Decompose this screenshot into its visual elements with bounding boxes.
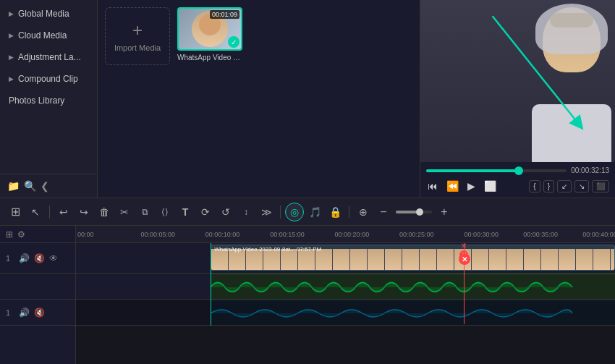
in-point-button[interactable]: { (529, 180, 540, 192)
slider-thumb (514, 166, 523, 175)
frame-thumb (385, 249, 402, 271)
clip-label: WhatsApp Video 2023-09-8at... 07:57 PM (214, 246, 321, 253)
preview-timecode: 00:00:32:13 (571, 166, 609, 174)
track-number: 1 (6, 254, 14, 263)
append-button[interactable]: ↘ (574, 180, 589, 192)
music-audio-icon[interactable]: 🔊 (19, 308, 30, 318)
expand-arrow-icon: ▶ (9, 75, 14, 82)
plus-icon: + (132, 20, 143, 41)
play-button[interactable]: ▶ (466, 179, 477, 193)
track-visibility-icon[interactable]: 👁 (49, 253, 58, 263)
frame-thumb (593, 249, 611, 271)
frame-thumb (437, 249, 454, 271)
thumbnail-image: 00:01:09 ✓ (177, 7, 242, 51)
sidebar-search-icon[interactable]: 🔍 (24, 180, 36, 192)
preview-video (420, 0, 615, 162)
cut-marker-x-icon: ✕ (462, 252, 467, 258)
transform-button[interactable]: ↕ (237, 203, 255, 221)
media-panel: + Import Media 00:01:09 ✓ WhatsApp Video… (98, 0, 420, 198)
tracks-container: WhatsApp Video 2023-09-8at... 07:57 PM (76, 243, 615, 326)
sidebar: ▶ Global Media ▶ Cloud Media ▶ Adjustmen… (0, 0, 98, 198)
snap-line (211, 243, 211, 326)
sidebar-item-label: Compound Clip (18, 74, 78, 84)
audio-button[interactable]: 🎵 (305, 203, 324, 221)
more-button[interactable]: ≫ (257, 203, 276, 221)
frame-thumb (350, 249, 368, 271)
undo-button[interactable]: ↩ (54, 203, 73, 221)
split-button[interactable]: ⟨⟩ (156, 203, 174, 221)
sidebar-item-photos-library[interactable]: Photos Library (0, 90, 97, 111)
video-track[interactable]: WhatsApp Video 2023-09-8at... 07:57 PM (76, 243, 615, 274)
frame-thumb (472, 249, 489, 271)
cut-button[interactable]: ✂ (115, 203, 134, 221)
frame-thumb (402, 249, 420, 271)
copy-button[interactable]: ⧉ (135, 203, 154, 221)
preview-extra-buttons: { } ↙ ↘ ⬛ (529, 180, 609, 192)
preview-buttons: ⏮ ⏪ ▶ ⬜ { } ↙ ↘ ⬛ (426, 179, 609, 193)
video-clip[interactable]: WhatsApp Video 2023-09-8at... 07:57 PM (211, 245, 615, 271)
frame-thumb (524, 249, 541, 271)
sidebar-item-global-media[interactable]: ▶ Global Media (0, 3, 97, 25)
sidebar-item-label: Adjustment La... (18, 52, 81, 62)
timeline-right-panel: 00:00 00:00:05:00 00:00:10:00 00:00:15:0… (76, 226, 615, 364)
import-media-button[interactable]: + Import Media (105, 7, 170, 65)
expand-arrow-icon: ▶ (9, 54, 14, 61)
frame-thumb (368, 249, 385, 271)
sidebar-item-cloud-media[interactable]: ▶ Cloud Media (0, 25, 97, 46)
timeline-ruler[interactable]: 00:00 00:00:05:00 00:00:10:00 00:00:15:0… (76, 226, 615, 243)
music-mute-icon[interactable]: 🔇 (34, 308, 45, 318)
music-track[interactable] (76, 300, 615, 326)
step-back-button[interactable]: ⏪ (445, 179, 460, 193)
speed-button[interactable]: ↺ (216, 203, 235, 221)
sidebar-item-compound-clip[interactable]: ▶ Compound Clip (0, 68, 97, 90)
frame-thumb (611, 249, 614, 271)
monitor-button[interactable]: ⬛ (592, 180, 609, 192)
track-mute-icon[interactable]: 🔇 (34, 253, 45, 263)
timeline-left-panel: ⊞ ⚙ 1 🔊 🔇 👁 1 🔊 🔇 (0, 226, 76, 364)
sidebar-item-label: Global Media (18, 9, 69, 19)
redo-button[interactable]: ↪ (75, 203, 93, 221)
expand-arrow-icon: ▶ (9, 10, 14, 17)
media-thumbnail[interactable]: 00:01:09 ✓ WhatsApp Video 202... (177, 7, 242, 65)
delete-button[interactable]: 🗑 (95, 203, 114, 221)
music-waveform (211, 300, 615, 325)
frame-thumb (489, 249, 506, 271)
select-tool-button[interactable]: ⊞ (6, 203, 25, 221)
text-tool-button[interactable]: T (176, 203, 195, 221)
video-track-label: 1 🔊 🔇 👁 (0, 243, 75, 274)
collapse-all-icon[interactable]: ⊞ (6, 229, 13, 240)
settings-icon[interactable]: ⚙ (17, 229, 25, 240)
audio-waveform (211, 274, 615, 299)
preview-slider-row: 00:00:32:13 (426, 166, 609, 174)
toolbar-divider-2 (280, 206, 281, 219)
lock-button[interactable]: 🔒 (326, 203, 344, 221)
frame-thumb (420, 249, 437, 271)
toolbar-divider-3 (349, 206, 349, 219)
duration-badge: 00:01:09 (210, 10, 239, 19)
preview-panel: 00:00:32:13 ⏮ ⏪ ▶ ⬜ { } ↙ ↘ ⬛ (420, 0, 615, 198)
audio-track[interactable] (76, 274, 615, 300)
thumbnail-label: WhatsApp Video 202... (177, 54, 242, 62)
active-tool-button[interactable]: ◎ (285, 203, 304, 221)
sidebar-folder-icon[interactable]: 📁 (7, 180, 20, 192)
zoom-in-button[interactable]: + (435, 203, 454, 221)
track-audio-icon[interactable]: 🔊 (19, 253, 30, 263)
preview-progress-slider[interactable] (426, 169, 567, 172)
preview-controls: 00:00:32:13 ⏮ ⏪ ▶ ⬜ { } ↙ ↘ ⬛ (420, 162, 615, 198)
rewind-button[interactable]: ⏮ (426, 179, 439, 193)
rotate-button[interactable]: ⟳ (196, 203, 215, 221)
blade-tool-button[interactable]: ↖ (26, 203, 45, 221)
media-content: + Import Media 00:01:09 ✓ WhatsApp Video… (98, 0, 420, 198)
sidebar-item-adjustment[interactable]: ▶ Adjustment La... (0, 46, 97, 68)
frame-thumb (333, 249, 350, 271)
sidebar-item-label: Cloud Media (18, 30, 67, 41)
add-track-button[interactable]: ⊕ (354, 203, 373, 221)
out-point-button[interactable]: } (543, 180, 554, 192)
sidebar-collapse-icon[interactable]: ❮ (41, 180, 49, 192)
check-badge: ✓ (228, 36, 239, 48)
slider-fill (426, 169, 517, 172)
fullscreen-button[interactable]: ⬜ (483, 179, 498, 193)
zoom-out-button[interactable]: − (374, 203, 393, 221)
frame-thumb (559, 249, 576, 271)
insert-button[interactable]: ↙ (557, 180, 572, 192)
